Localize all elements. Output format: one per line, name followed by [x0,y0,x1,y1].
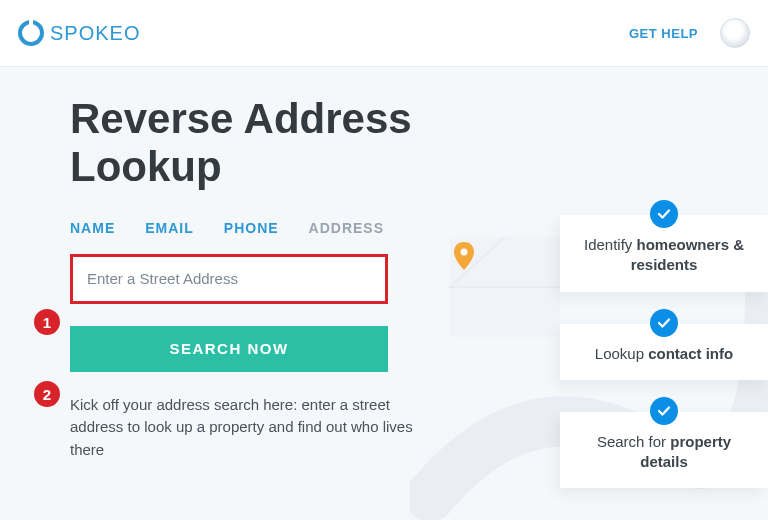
address-input-wrap [70,254,388,304]
benefit-cards: Identify homeowners & residents Lookup c… [560,215,768,488]
tab-name[interactable]: NAME [70,220,115,236]
search-button[interactable]: SEARCH NOW [70,326,388,372]
benefit-card-property: Search for property details [560,412,768,489]
page-description: Kick off your address search here: enter… [70,394,430,462]
annotation-1: 1 [34,309,60,335]
check-icon [650,309,678,337]
brand-name: SPOKEO [50,22,140,45]
svg-rect-1 [29,20,33,26]
svg-point-2 [461,249,468,256]
main: Reverse Address Lookup NAME EMAIL PHONE … [0,67,768,520]
tab-phone[interactable]: PHONE [224,220,279,236]
brand-logo[interactable]: SPOKEO [18,20,140,46]
header: SPOKEO GET HELP [0,0,768,67]
map-pin-icon [454,242,474,270]
header-right: GET HELP [629,18,750,48]
page-title: Reverse Address Lookup [70,95,430,192]
tab-email[interactable]: EMAIL [145,220,194,236]
benefit-bold: contact info [648,345,733,362]
benefit-card-homeowners: Identify homeowners & residents [560,215,768,292]
annotation-2: 2 [34,381,60,407]
benefit-bold: homeowners & residents [631,236,744,273]
benefit-prefix: Identify [584,236,637,253]
get-help-link[interactable]: GET HELP [629,26,698,41]
benefit-prefix: Search for [597,433,670,450]
address-input[interactable] [70,254,388,304]
check-icon [650,397,678,425]
benefit-card-contact: Lookup contact info [560,324,768,380]
check-icon [650,200,678,228]
tab-address[interactable]: ADDRESS [309,220,384,236]
logo-icon [18,20,44,46]
benefit-prefix: Lookup [595,345,648,362]
avatar[interactable] [720,18,750,48]
